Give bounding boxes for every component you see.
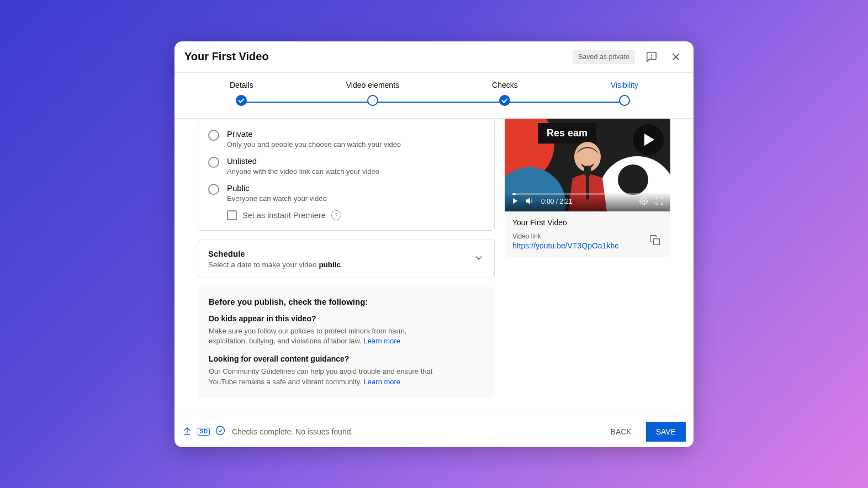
right-column: Res eam xyxy=(505,119,670,405)
help-icon[interactable]: ? xyxy=(331,210,341,220)
guidance-paragraph: Our Community Guidelines can help you av… xyxy=(209,367,441,388)
option-desc: Only you and people you choose can watch… xyxy=(227,140,401,148)
saved-status-chip: Saved as private xyxy=(573,50,635,64)
option-title: Unlisted xyxy=(227,156,379,166)
close-icon[interactable] xyxy=(668,49,684,65)
svg-marker-8 xyxy=(526,198,530,203)
learn-more-link[interactable]: Learn more xyxy=(364,378,400,386)
play-icon[interactable] xyxy=(633,124,664,155)
dialog-footer: SD Checks complete. No issues found. BAC… xyxy=(174,416,694,447)
svg-marker-7 xyxy=(513,198,517,204)
dialog-title: Your First Video xyxy=(184,50,269,63)
schedule-desc: Select a date to make your video public. xyxy=(208,261,343,269)
video-preview-card: Res eam xyxy=(505,119,670,257)
step-video-elements[interactable]: Video elements xyxy=(346,81,399,106)
step-visibility[interactable]: Visibility xyxy=(611,81,638,106)
guidance-question: Looking for overall content guidance? xyxy=(209,354,484,363)
preview-meta: Your First Video Video link https://yout… xyxy=(505,211,670,257)
step-dot-icon xyxy=(619,95,630,106)
dialog-body: Private Only you and people you choose c… xyxy=(174,119,694,416)
left-column: Private Only you and people you choose c… xyxy=(198,119,495,405)
visibility-options-card: Private Only you and people you choose c… xyxy=(198,119,495,231)
option-public[interactable]: Public Everyone can watch your video xyxy=(208,183,484,203)
option-private[interactable]: Private Only you and people you choose c… xyxy=(208,129,484,148)
checkmark-icon xyxy=(499,95,510,106)
video-thumbnail[interactable]: Res eam xyxy=(505,119,670,211)
svg-point-12 xyxy=(216,426,224,434)
preview-video-title: Your First Video xyxy=(512,218,663,227)
stepper: Details Video elements Checks Visibility xyxy=(174,73,694,119)
fullscreen-icon[interactable] xyxy=(655,197,664,207)
svg-point-9 xyxy=(643,200,645,202)
svg-point-6 xyxy=(584,166,591,177)
header-actions: Saved as private xyxy=(573,49,684,65)
check-circle-icon xyxy=(215,426,225,438)
svg-point-1 xyxy=(652,57,652,58)
dialog-header: Your First Video Saved as private xyxy=(174,41,694,73)
option-desc: Anyone with the video link can watch you… xyxy=(227,167,379,176)
video-link-label: Video link xyxy=(512,232,618,240)
kids-paragraph: Make sure you follow our policies to pro… xyxy=(209,326,441,347)
player-controls: 0:00 / 2:21 xyxy=(505,192,670,211)
upload-dialog: Your First Video Saved as private Detail… xyxy=(174,41,694,447)
step-dot-icon xyxy=(367,95,378,106)
learn-more-link[interactable]: Learn more xyxy=(363,337,400,345)
sd-badge-icon: SD xyxy=(198,428,210,436)
premiere-row[interactable]: Set as instant Premiere ? xyxy=(227,210,484,220)
radio-icon[interactable] xyxy=(208,157,219,168)
schedule-title: Schedule xyxy=(208,249,343,258)
video-link[interactable]: https://youtu.be/VT3QpOa1khc xyxy=(512,241,618,250)
notice-heading: Before you publish, check the following: xyxy=(209,297,484,306)
radio-icon[interactable] xyxy=(208,130,219,141)
kids-question: Do kids appear in this video? xyxy=(209,314,484,323)
chevron-down-icon[interactable] xyxy=(473,252,484,266)
schedule-card[interactable]: Schedule Select a date to make your vide… xyxy=(198,240,495,278)
checkmark-icon xyxy=(236,95,247,106)
back-button[interactable]: BACK xyxy=(603,422,639,442)
option-unlisted[interactable]: Unlisted Anyone with the video link can … xyxy=(208,156,484,176)
volume-icon[interactable] xyxy=(526,197,534,207)
footer-status-text: Checks complete. No issues found. xyxy=(232,427,353,436)
step-details[interactable]: Details xyxy=(230,81,253,106)
save-button[interactable]: SAVE xyxy=(646,422,686,442)
feedback-icon[interactable] xyxy=(644,49,659,65)
radio-icon[interactable] xyxy=(208,184,219,195)
player-time: 0:00 / 2:21 xyxy=(541,198,573,205)
settings-icon[interactable] xyxy=(639,197,648,207)
premiere-label: Set as instant Premiere xyxy=(242,211,326,220)
play-small-icon[interactable] xyxy=(511,197,519,206)
checkbox-icon[interactable] xyxy=(227,210,237,220)
before-publish-card: Before you publish, check the following:… xyxy=(198,287,495,397)
upload-icon xyxy=(182,426,192,438)
option-title: Public xyxy=(227,183,327,193)
svg-rect-10 xyxy=(654,238,660,245)
option-title: Private xyxy=(227,129,401,139)
option-desc: Everyone can watch your video xyxy=(227,194,327,203)
status-icons: SD xyxy=(182,426,225,438)
step-checks[interactable]: Checks xyxy=(492,81,518,106)
copy-icon[interactable] xyxy=(647,232,663,250)
